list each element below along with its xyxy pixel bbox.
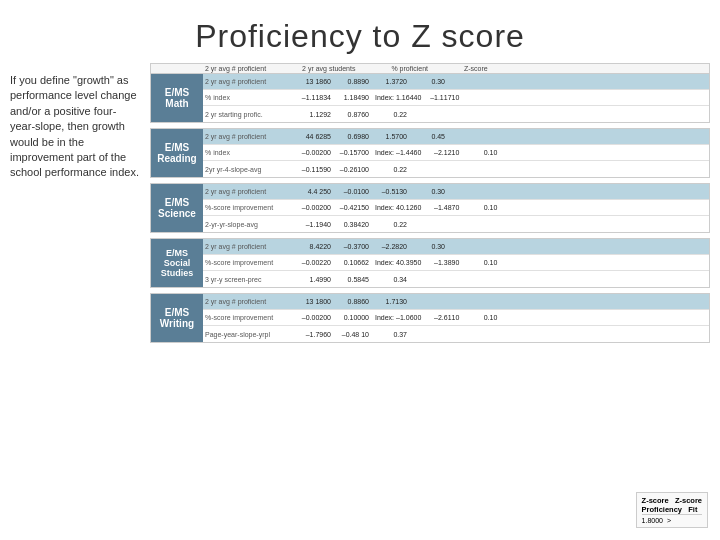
legend-row: 1.8000 > bbox=[642, 517, 702, 524]
subject-label-writing: E/MSWriting bbox=[151, 294, 203, 342]
subject-label-social-studies: E/MSSocial Studies bbox=[151, 239, 203, 287]
subject-label-reading: E/MSReading bbox=[151, 129, 203, 177]
subject-block-science: E/MSScience 2 yr avg # proficient 4.4 25… bbox=[150, 183, 710, 233]
subject-block-writing: E/MSWriting 2 yr avg # proficient 13 180… bbox=[150, 293, 710, 343]
left-description: If you define "growth" as performance le… bbox=[10, 63, 140, 343]
legend-box: Z-score Z-scoreProficiency Fit 1.8000 > bbox=[636, 492, 708, 528]
page-title: Proficiency to Z score bbox=[0, 0, 720, 63]
legend-title: Z-score Z-scoreProficiency Fit bbox=[642, 496, 702, 515]
subject-label-science: E/MSScience bbox=[151, 184, 203, 232]
subject-tables: 2 yr avg # proficient 2 yr avg students … bbox=[150, 63, 710, 343]
subject-block-reading: E/MSReading 2 yr avg # proficient 44 628… bbox=[150, 128, 710, 178]
subject-block-social-studies: E/MSSocial Studies 2 yr avg # proficient… bbox=[150, 238, 710, 288]
subject-label-math: E/MSMath bbox=[151, 74, 203, 122]
subject-block-math: 2 yr avg # proficient 2 yr avg students … bbox=[150, 63, 710, 123]
